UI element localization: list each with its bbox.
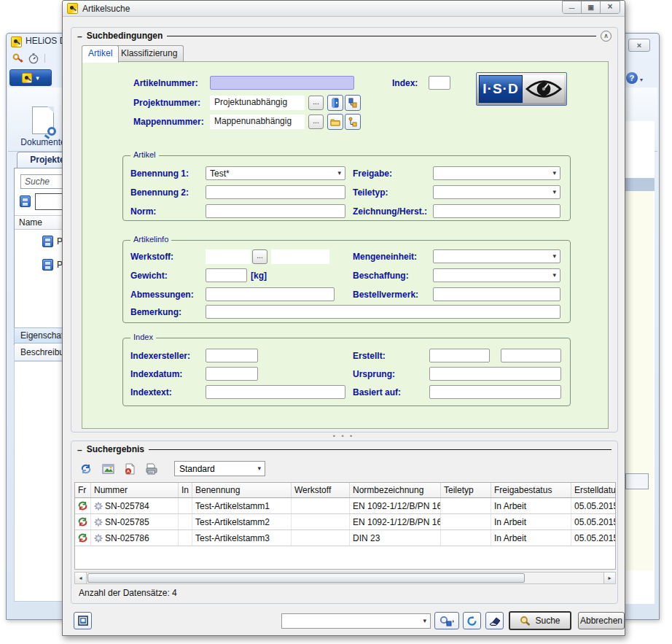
- key-icon[interactable]: [12, 53, 24, 67]
- col-benennung[interactable]: Benennung: [192, 483, 292, 497]
- table-row[interactable]: SN-025784 Test-Artikelstamm1 EN 1092-1/1…: [75, 498, 615, 514]
- table-row[interactable]: SN-025786 Test-Artikelstamm3 DIN 23 In A…: [75, 530, 615, 546]
- teiletyp-cell: [441, 514, 491, 529]
- index-legend: Index: [130, 333, 156, 341]
- bemerkung-label: Bemerkung:: [130, 307, 181, 317]
- benennung-cell: Test-Artikelstamm2: [192, 514, 292, 529]
- bestellvermerk-input[interactable]: [433, 287, 560, 301]
- clear-form-button[interactable]: [485, 612, 504, 629]
- hierarchy-icon: [348, 98, 358, 108]
- ursprung-input[interactable]: [429, 367, 561, 381]
- beschaffung-combo[interactable]: [433, 268, 560, 282]
- erstellt-datum-input[interactable]: [501, 349, 561, 362]
- gewicht-input[interactable]: [206, 268, 247, 282]
- header-rule: [149, 449, 612, 450]
- application-menu-button[interactable]: [9, 69, 52, 86]
- suche-button[interactable]: Suche: [509, 611, 571, 630]
- row-status-cell: [75, 498, 91, 513]
- mengeneinheit-combo[interactable]: [433, 249, 560, 263]
- record-count: Anzahl der Datensätze: 4: [79, 588, 177, 598]
- save-search-button[interactable]: [434, 612, 459, 629]
- indexdatum-label: Indexdatum:: [130, 369, 182, 379]
- projektnummer-value[interactable]: Projektunabhängig: [210, 96, 305, 110]
- projekt-browse-button[interactable]: ...: [308, 96, 324, 110]
- refresh-results-button[interactable]: [77, 460, 95, 478]
- right-panel-tab[interactable]: [625, 473, 649, 489]
- results-table: Fr Nummer In Benennung Werkstoff Normbez…: [74, 482, 616, 570]
- mappen-folder-button[interactable]: [327, 114, 343, 130]
- in-cell: [179, 530, 192, 546]
- project-tree-item[interactable]: P: [42, 236, 63, 247]
- basiert-input[interactable]: [429, 385, 561, 399]
- werkstoff-name-field[interactable]: [271, 249, 329, 264]
- dialog-display-toggle-button[interactable]: [74, 612, 92, 629]
- export-view-button[interactable]: [99, 460, 117, 478]
- col-fr[interactable]: Fr: [75, 483, 91, 497]
- project-icon: [42, 236, 53, 247]
- indextext-input[interactable]: [206, 385, 345, 399]
- sync-arrows-icon: [80, 463, 92, 475]
- table-row[interactable]: SN-025785 Test-Artikelstamm2 EN 1092-1/1…: [75, 514, 615, 530]
- suche-button-label: Suche: [535, 616, 560, 626]
- collapse-button[interactable]: [601, 31, 612, 42]
- tab-artikel[interactable]: Artikel: [82, 45, 119, 63]
- horizontal-scrollbar[interactable]: ◂ ▸: [74, 572, 616, 584]
- scrollbar-thumb[interactable]: [87, 573, 525, 583]
- artikelnummer-input[interactable]: [210, 76, 354, 90]
- splitter-handle[interactable]: [63, 432, 625, 440]
- indexersteller-input[interactable]: [206, 349, 258, 362]
- bemerkung-input[interactable]: [206, 305, 560, 319]
- norm-cell: EN 1092-1/12/B/PN 16: [350, 514, 441, 529]
- saved-search-combo[interactable]: [281, 613, 431, 629]
- maximize-button[interactable]: [582, 1, 601, 13]
- row-status-cell: [75, 530, 91, 546]
- mappennummer-value[interactable]: Mappenunabhängig: [210, 115, 305, 129]
- col-werkstoff[interactable]: Werkstoff: [292, 483, 350, 497]
- window-restore-icon: [78, 616, 88, 626]
- projekt-structure-button[interactable]: [345, 95, 361, 111]
- abmessungen-input[interactable]: [206, 287, 335, 301]
- benennung2-input[interactable]: [206, 185, 345, 199]
- project-tree-item[interactable]: P: [42, 259, 63, 271]
- artikelinfo-fieldset: Artikelinfo Werkstoff: ... Mengeneinheit…: [122, 240, 571, 323]
- mappen-structure-button[interactable]: [345, 114, 361, 130]
- benennung1-combo[interactable]: Test*: [206, 166, 345, 180]
- stopwatch-icon[interactable]: [28, 53, 39, 67]
- refresh-search-button[interactable]: [463, 612, 481, 629]
- werkstoff-browse-button[interactable]: ...: [252, 249, 267, 264]
- dialog-titlebar[interactable]: Artikelsuche: [63, 1, 625, 17]
- background-close-button[interactable]: [628, 39, 650, 52]
- col-teiletyp[interactable]: Teiletyp: [441, 483, 491, 497]
- suchergebnis-header: Suchergebnis: [77, 443, 612, 456]
- help-button[interactable]: [626, 71, 643, 85]
- indexdatum-input[interactable]: [206, 367, 258, 381]
- norm-input[interactable]: [206, 204, 345, 218]
- zeichnung-input[interactable]: [433, 204, 560, 218]
- scroll-right-arrow[interactable]: ▸: [603, 573, 615, 583]
- close-button[interactable]: [601, 1, 620, 13]
- index-input[interactable]: [429, 76, 450, 90]
- print-button[interactable]: [143, 460, 160, 478]
- minimize-button[interactable]: [563, 1, 582, 13]
- teiletyp-cell: [441, 498, 491, 513]
- projekt-select-button[interactable]: [327, 95, 343, 111]
- pdf-file-icon: A: [125, 463, 136, 475]
- suchergebnis-group: Suchergebnis A Standard Fr Nummer: [71, 441, 618, 604]
- werkstoff-id-field[interactable]: [206, 249, 251, 264]
- col-normbezeichnung[interactable]: Normbezeichnung: [350, 483, 441, 497]
- abbrechen-button[interactable]: Abbrechen: [578, 612, 625, 629]
- tab-klassifizierung[interactable]: Klassifizierung: [114, 45, 184, 61]
- scroll-left-arrow[interactable]: ◂: [75, 573, 87, 583]
- mappen-browse-button[interactable]: ...: [308, 115, 324, 129]
- teiletyp-combo[interactable]: [433, 185, 560, 199]
- col-erstelldatum[interactable]: Erstelldatu: [571, 483, 615, 497]
- erstellt-von-input[interactable]: [429, 349, 490, 362]
- index-label: Index:: [392, 78, 418, 88]
- col-freigabestatus[interactable]: Freigabestatus: [491, 483, 571, 497]
- results-table-header[interactable]: Fr Nummer In Benennung Werkstoff Normbez…: [75, 483, 615, 498]
- col-in[interactable]: In: [179, 483, 192, 497]
- col-nummer[interactable]: Nummer: [91, 483, 179, 497]
- result-preset-combo[interactable]: Standard: [174, 461, 265, 476]
- freigabe-combo[interactable]: [433, 166, 560, 180]
- export-pdf-button[interactable]: A: [121, 460, 138, 478]
